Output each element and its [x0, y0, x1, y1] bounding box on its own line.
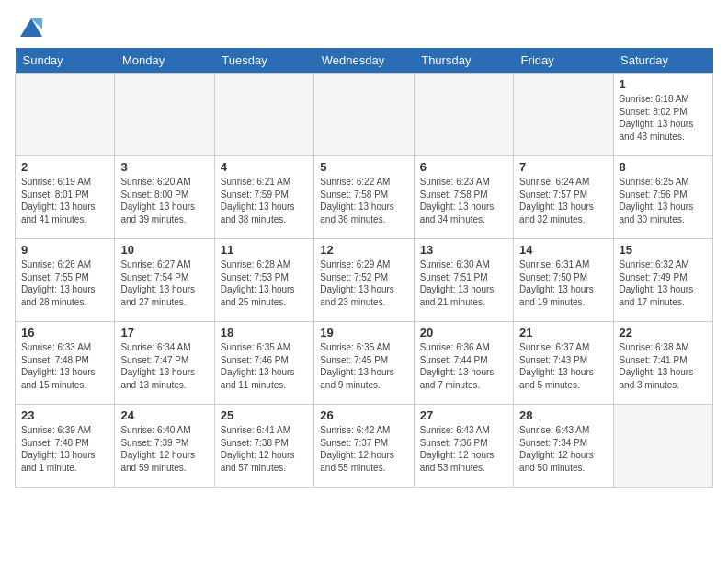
day-info: Sunrise: 6:19 AM Sunset: 8:01 PM Dayligh… [21, 176, 108, 225]
day-info: Sunrise: 6:23 AM Sunset: 7:58 PM Dayligh… [420, 176, 507, 225]
day-number: 27 [420, 408, 507, 422]
day-info: Sunrise: 6:35 AM Sunset: 7:46 PM Dayligh… [221, 341, 308, 391]
day-number: 23 [21, 408, 108, 422]
column-header-monday: Monday [115, 48, 214, 74]
day-number: 4 [221, 160, 308, 174]
day-info: Sunrise: 6:26 AM Sunset: 7:55 PM Dayligh… [21, 259, 108, 308]
day-info: Sunrise: 6:18 AM Sunset: 8:02 PM Dayligh… [620, 93, 707, 143]
calendar-cell: 16Sunrise: 6:33 AM Sunset: 7:48 PM Dayli… [16, 322, 115, 405]
calendar-cell: 7Sunrise: 6:24 AM Sunset: 7:57 PM Daylig… [514, 156, 613, 239]
day-number: 28 [519, 408, 607, 422]
day-info: Sunrise: 6:27 AM Sunset: 7:54 PM Dayligh… [120, 259, 208, 308]
calendar-body: 1Sunrise: 6:18 AM Sunset: 8:02 PM Daylig… [16, 74, 713, 488]
day-info: Sunrise: 6:33 AM Sunset: 7:48 PM Dayligh… [21, 341, 108, 391]
calendar-cell: 24Sunrise: 6:40 AM Sunset: 7:39 PM Dayli… [115, 405, 214, 488]
day-number: 15 [620, 243, 707, 257]
day-number: 7 [519, 160, 607, 174]
calendar-cell [514, 74, 613, 156]
day-info: Sunrise: 6:25 AM Sunset: 7:56 PM Dayligh… [620, 176, 707, 225]
calendar-cell: 9Sunrise: 6:26 AM Sunset: 7:55 PM Daylig… [16, 239, 115, 322]
calendar-week-4: 16Sunrise: 6:33 AM Sunset: 7:48 PM Dayli… [16, 322, 713, 405]
day-info: Sunrise: 6:32 AM Sunset: 7:49 PM Dayligh… [620, 259, 707, 308]
logo [15, 15, 46, 40]
day-info: Sunrise: 6:37 AM Sunset: 7:43 PM Dayligh… [519, 341, 607, 391]
day-number: 24 [120, 408, 208, 422]
day-number: 26 [320, 408, 407, 422]
day-info: Sunrise: 6:41 AM Sunset: 7:38 PM Dayligh… [221, 424, 308, 474]
calendar-cell: 4Sunrise: 6:21 AM Sunset: 7:59 PM Daylig… [214, 156, 313, 239]
calendar-week-5: 23Sunrise: 6:39 AM Sunset: 7:40 PM Dayli… [16, 405, 713, 488]
day-number: 14 [519, 243, 607, 257]
day-number: 13 [420, 243, 507, 257]
calendar-cell: 28Sunrise: 6:43 AM Sunset: 7:34 PM Dayli… [514, 405, 613, 488]
column-header-saturday: Saturday [613, 48, 712, 74]
day-info: Sunrise: 6:29 AM Sunset: 7:52 PM Dayligh… [320, 259, 407, 308]
day-number: 19 [320, 326, 407, 339]
day-number: 25 [221, 408, 308, 422]
calendar-cell: 13Sunrise: 6:30 AM Sunset: 7:51 PM Dayli… [414, 239, 513, 322]
day-number: 9 [21, 243, 108, 257]
calendar-cell: 14Sunrise: 6:31 AM Sunset: 7:50 PM Dayli… [514, 239, 613, 322]
day-number: 11 [221, 243, 308, 257]
day-number: 21 [519, 326, 607, 339]
page-header [15, 15, 713, 40]
calendar-cell: 8Sunrise: 6:25 AM Sunset: 7:56 PM Daylig… [613, 156, 712, 239]
day-info: Sunrise: 6:39 AM Sunset: 7:40 PM Dayligh… [21, 424, 108, 474]
day-info: Sunrise: 6:35 AM Sunset: 7:45 PM Dayligh… [320, 341, 407, 391]
calendar-cell: 26Sunrise: 6:42 AM Sunset: 7:37 PM Dayli… [314, 405, 414, 488]
day-number: 6 [420, 160, 507, 174]
calendar-cell: 17Sunrise: 6:34 AM Sunset: 7:47 PM Dayli… [115, 322, 214, 405]
calendar-cell: 21Sunrise: 6:37 AM Sunset: 7:43 PM Dayli… [514, 322, 613, 405]
calendar-week-3: 9Sunrise: 6:26 AM Sunset: 7:55 PM Daylig… [16, 239, 713, 322]
calendar-cell: 15Sunrise: 6:32 AM Sunset: 7:49 PM Dayli… [613, 239, 712, 322]
day-number: 12 [320, 243, 407, 257]
day-info: Sunrise: 6:42 AM Sunset: 7:37 PM Dayligh… [320, 424, 407, 474]
calendar-cell [16, 74, 115, 156]
day-info: Sunrise: 6:36 AM Sunset: 7:44 PM Dayligh… [420, 341, 507, 391]
day-info: Sunrise: 6:43 AM Sunset: 7:36 PM Dayligh… [420, 424, 507, 474]
calendar-header-row: SundayMondayTuesdayWednesdayThursdayFrid… [16, 48, 713, 74]
calendar-cell: 2Sunrise: 6:19 AM Sunset: 8:01 PM Daylig… [16, 156, 115, 239]
day-info: Sunrise: 6:22 AM Sunset: 7:58 PM Dayligh… [320, 176, 407, 225]
calendar-cell [314, 74, 414, 156]
day-info: Sunrise: 6:34 AM Sunset: 7:47 PM Dayligh… [120, 341, 208, 391]
day-number: 2 [21, 160, 108, 174]
calendar-cell: 12Sunrise: 6:29 AM Sunset: 7:52 PM Dayli… [314, 239, 414, 322]
calendar-cell: 10Sunrise: 6:27 AM Sunset: 7:54 PM Dayli… [115, 239, 214, 322]
day-info: Sunrise: 6:21 AM Sunset: 7:59 PM Dayligh… [221, 176, 308, 225]
calendar-cell: 5Sunrise: 6:22 AM Sunset: 7:58 PM Daylig… [314, 156, 414, 239]
calendar-cell: 11Sunrise: 6:28 AM Sunset: 7:53 PM Dayli… [214, 239, 313, 322]
calendar-cell [115, 74, 214, 156]
day-info: Sunrise: 6:28 AM Sunset: 7:53 PM Dayligh… [221, 259, 308, 308]
calendar-cell: 3Sunrise: 6:20 AM Sunset: 8:00 PM Daylig… [115, 156, 214, 239]
calendar-cell [214, 74, 313, 156]
logo-icon [17, 15, 46, 40]
day-info: Sunrise: 6:43 AM Sunset: 7:34 PM Dayligh… [519, 424, 607, 474]
calendar-week-1: 1Sunrise: 6:18 AM Sunset: 8:02 PM Daylig… [16, 74, 713, 156]
column-header-thursday: Thursday [414, 48, 513, 74]
calendar-cell: 18Sunrise: 6:35 AM Sunset: 7:46 PM Dayli… [214, 322, 313, 405]
calendar-table: SundayMondayTuesdayWednesdayThursdayFrid… [15, 48, 713, 488]
calendar-cell: 19Sunrise: 6:35 AM Sunset: 7:45 PM Dayli… [314, 322, 414, 405]
column-header-friday: Friday [514, 48, 613, 74]
day-number: 10 [120, 243, 208, 257]
day-number: 17 [120, 326, 208, 339]
day-number: 16 [21, 326, 108, 339]
day-info: Sunrise: 6:31 AM Sunset: 7:50 PM Dayligh… [519, 259, 607, 308]
day-number: 18 [221, 326, 308, 339]
calendar-week-2: 2Sunrise: 6:19 AM Sunset: 8:01 PM Daylig… [16, 156, 713, 239]
day-number: 1 [620, 77, 707, 91]
calendar-cell [613, 405, 712, 488]
day-info: Sunrise: 6:24 AM Sunset: 7:57 PM Dayligh… [519, 176, 607, 225]
calendar-cell: 23Sunrise: 6:39 AM Sunset: 7:40 PM Dayli… [16, 405, 115, 488]
calendar-cell: 6Sunrise: 6:23 AM Sunset: 7:58 PM Daylig… [414, 156, 513, 239]
day-info: Sunrise: 6:20 AM Sunset: 8:00 PM Dayligh… [120, 176, 208, 225]
day-number: 8 [620, 160, 707, 174]
column-header-wednesday: Wednesday [314, 48, 414, 74]
day-info: Sunrise: 6:40 AM Sunset: 7:39 PM Dayligh… [120, 424, 208, 474]
calendar-cell: 25Sunrise: 6:41 AM Sunset: 7:38 PM Dayli… [214, 405, 313, 488]
day-number: 22 [620, 326, 707, 339]
day-info: Sunrise: 6:30 AM Sunset: 7:51 PM Dayligh… [420, 259, 507, 308]
day-number: 5 [320, 160, 407, 174]
column-header-tuesday: Tuesday [214, 48, 313, 74]
